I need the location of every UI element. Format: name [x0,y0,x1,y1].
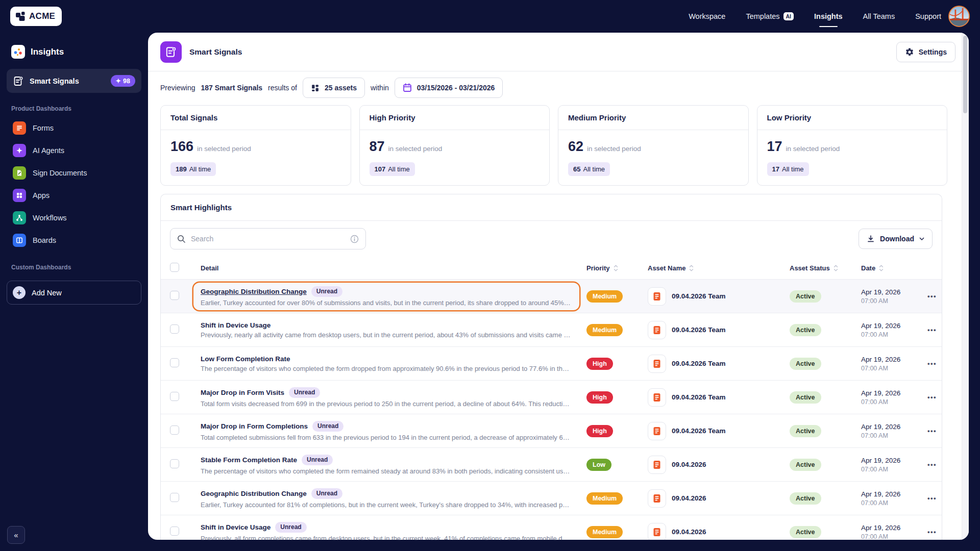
table-row[interactable]: Major Drop in Form Visits Unread Total f… [161,380,942,414]
row-menu-button[interactable]: ••• [927,360,937,367]
row-checkbox[interactable] [170,527,179,536]
sort-icon [614,264,618,272]
signal-description: The percentage of visitors who completed… [201,467,572,475]
unread-badge: Unread [311,286,342,297]
asset-name: 09.04.2026 [672,528,706,536]
user-avatar[interactable] [948,6,970,27]
apps-icon [13,189,26,202]
row-checkbox[interactable] [170,459,179,468]
column-header-label: Asset Status [790,264,830,272]
search-box[interactable] [170,228,366,249]
column-header-asset-status[interactable]: Asset Status [790,264,861,272]
panel-scrollbar[interactable] [962,33,969,540]
date-value: Apr 19, 2026 [861,423,927,431]
table-row[interactable]: Geographic Distribution Change Unread Ea… [161,481,942,515]
signal-detail-cell[interactable]: Geographic Distribution Change Unread Ea… [193,283,579,310]
all-time-badge: 17 All time [767,162,809,176]
column-header-asset-name[interactable]: Asset Name [648,264,790,272]
signal-detail-cell[interactable]: Major Drop in Form Visits Unread Total f… [193,384,579,411]
stat-value: 62 [568,139,583,154]
add-new-button[interactable]: + Add New [7,281,141,305]
sidebar-item-workflows[interactable]: Workflows [7,207,141,229]
table-row[interactable]: Shift in Device Usage Previously, nearly… [161,313,942,346]
signal-title-link[interactable]: Geographic Distribution Change [201,288,307,295]
row-menu-button[interactable]: ••• [927,427,937,435]
time-value: 07:00 AM [861,398,927,406]
form-asset-icon [648,287,666,306]
golden-gate-photo [949,7,969,26]
column-header-date[interactable]: Date [861,264,927,272]
sidebar-item-sign-documents[interactable]: Sign Documents [7,162,141,184]
download-button[interactable]: Download [859,229,933,249]
nav-item-insights[interactable]: Insights [814,12,843,20]
sidebar-item-label: Boards [33,236,56,244]
nav-item-workspace[interactable]: Workspace [689,12,725,20]
signal-detail-cell[interactable]: Stable Form Completion Rate Unread The p… [193,451,579,479]
form-asset-icon [648,321,666,339]
row-checkbox[interactable] [170,358,179,367]
column-header-priority[interactable]: Priority [586,264,648,272]
sidebar-item-smart-signals[interactable]: Smart Signals ✦ 98 [7,69,141,93]
signal-title-link[interactable]: Major Drop in Form Completions [201,422,308,430]
nav-item-all-teams[interactable]: All Teams [863,12,895,20]
signal-detail-cell[interactable]: Geographic Distribution Change Unread Ea… [193,485,579,512]
asset-status-badge: Active [790,290,821,303]
download-icon [867,235,875,243]
row-checkbox[interactable] [170,493,179,502]
row-checkbox[interactable] [170,392,179,401]
sidebar-item-boards[interactable]: Boards [7,229,141,252]
nav-item-label: Insights [814,12,843,20]
row-menu-button[interactable]: ••• [927,494,937,502]
signal-detail-cell[interactable]: Low Form Completion Rate The percentage … [193,350,579,378]
table-row[interactable]: Shift in Device Usage Unread Previously,… [161,515,942,540]
signal-detail-cell[interactable]: Shift in Device Usage Previously, nearly… [193,316,579,344]
sidebar-item-apps[interactable]: Apps [7,184,141,207]
row-checkbox[interactable] [170,425,179,435]
asset-status-badge: Active [790,358,821,370]
sign-documents-icon [13,166,26,180]
date-range-select[interactable]: 03/15/2026 - 03/21/2026 [395,78,503,98]
stat-card-high-priority: High Priority 87in selected period 107 A… [359,105,550,186]
sidebar-item-forms[interactable]: Forms [7,117,141,139]
search-input[interactable] [191,235,345,243]
row-menu-button[interactable]: ••• [927,528,937,536]
table-row[interactable]: Stable Form Completion Rate Unread The p… [161,447,942,481]
sidebar-item-ai-agents[interactable]: AI Agents [7,139,141,162]
signals-count: 98 [123,78,130,85]
assets-select[interactable]: 25 assets [303,78,365,98]
date-value: Apr 19, 2026 [861,490,927,498]
smart-signals-icon [13,76,24,87]
row-menu-button[interactable]: ••• [927,461,937,468]
nav-item-templates[interactable]: Templates AI [746,12,794,21]
collapse-sidebar-button[interactable]: « [7,526,25,544]
nav-item-support[interactable]: Support [915,12,941,20]
signal-detail-cell[interactable]: Shift in Device Usage Unread Previously,… [193,518,579,540]
row-menu-button[interactable]: ••• [927,292,937,300]
ai-badge: AI [783,12,794,21]
signal-title-link[interactable]: Shift in Device Usage [201,321,271,329]
signal-detail-cell[interactable]: Major Drop in Form Completions Unread To… [193,417,579,445]
row-checkbox[interactable] [170,291,179,300]
settings-button[interactable]: Settings [896,42,955,62]
date-cell: Apr 19, 2026 07:00 AM [861,389,927,406]
signal-title-link[interactable]: Geographic Distribution Change [201,490,307,497]
acme-logo[interactable]: ACME [10,7,62,26]
table-row[interactable]: Low Form Completion Rate The percentage … [161,346,942,380]
info-icon[interactable] [350,235,359,243]
column-header-detail[interactable]: Detail [193,264,586,272]
scrollbar-thumb[interactable] [963,36,967,113]
all-time-value: 65 [573,165,580,173]
select-all-checkbox[interactable] [170,263,179,272]
signal-title-link[interactable]: Major Drop in Form Visits [201,389,284,396]
table-row[interactable]: Geographic Distribution Change Unread Ea… [161,279,942,313]
signal-title-link[interactable]: Stable Form Completion Rate [201,456,297,464]
workflows-icon [13,211,26,224]
row-menu-button[interactable]: ••• [927,393,937,401]
table-row[interactable]: Major Drop in Form Completions Unread To… [161,414,942,447]
sidebar-title-label: Insights [31,47,64,57]
signal-title-link[interactable]: Low Form Completion Rate [201,355,290,363]
row-menu-button[interactable]: ••• [927,326,937,334]
row-checkbox[interactable] [170,324,179,334]
asset-status-badge: Active [790,391,821,404]
signal-title-link[interactable]: Shift in Device Usage [201,523,271,531]
